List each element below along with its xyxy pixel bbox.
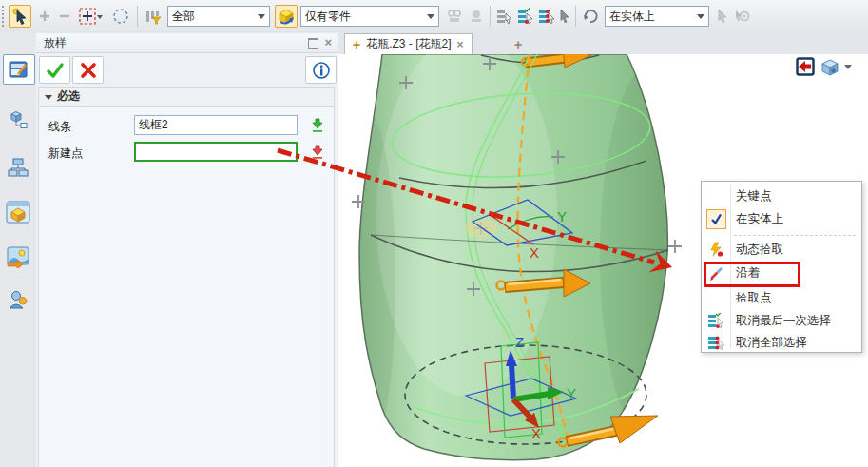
reference2-button-disabled[interactable] [467,5,486,28]
cube-tree-icon [7,108,29,131]
profiles-input[interactable] [134,115,298,135]
info-button[interactable] [305,56,337,84]
red-down-arrow-icon [310,145,325,160]
plus-box-icon [79,8,104,25]
plus-icon [38,10,51,23]
menu-item-label: 拾取点 [730,290,772,306]
chevron-down-icon [258,14,265,19]
toolbar-separator [490,6,491,27]
panel-field-area: 线条 新建点 [38,107,335,467]
menu-item-dynamic-pick[interactable]: 动态拾取 [702,239,861,261]
pick-list-button-2[interactable] [515,5,534,28]
checkmark-icon [706,209,726,229]
check-icon [46,62,65,79]
pick-list-button-1[interactable] [494,5,513,28]
cursor-icon [716,9,729,24]
chevron-down-icon [697,14,704,19]
checkmark-icon-slot [702,209,730,229]
smart-pick-cursor-icon [11,8,29,25]
ref-point-icon [469,9,484,24]
lasso-select-button[interactable] [110,5,131,28]
toolbar-grip[interactable] [2,6,7,27]
edit-form-icon [8,58,30,81]
panel-restore-button[interactable] [308,38,318,49]
active-document-tab[interactable]: + 花瓶.Z3 - [花瓶2] × [344,33,473,54]
sidebar-item-history[interactable] [3,153,33,182]
pick-context-menu: 关键点 在实体上 动态拾取 [701,181,862,353]
menu-item-pick-point[interactable]: 拾取点 [702,287,861,309]
pick-settings-button-disabled[interactable] [733,5,752,28]
pick-scope-dropdown[interactable]: 仅有零件 [300,6,439,27]
tab-close-button[interactable]: × [457,38,464,51]
sidebar-item-manager[interactable] [3,106,33,134]
sidebar-item-solid-view[interactable] [3,198,33,226]
left-sidebar [0,33,37,467]
new-tab-button[interactable]: + [506,35,530,53]
sidebar-item-render[interactable] [3,243,33,271]
smart-pick-button[interactable] [9,5,31,28]
ok-button[interactable] [39,56,70,84]
pick-scope-value: 仅有零件 [305,9,351,25]
top-toolbar: 全部 仅有零件 [0,0,868,34]
reference-button-disabled[interactable] [445,5,464,28]
new-point-field-row: 新建点 [39,140,334,166]
menu-item-label: 取消全部选择 [730,335,807,351]
new-point-pick-button[interactable] [307,142,328,163]
sidebar-item-user[interactable] [3,285,33,314]
cancel-button[interactable] [72,56,104,84]
loft-command-panel: 放样 × 必选 [36,33,338,467]
app-window: 全部 仅有零件 [0,0,868,467]
menu-item-clear-all-picks[interactable]: 取消全部选择 [702,332,861,354]
clear-all-picks-icon-slot [702,335,730,351]
required-section-header[interactable]: 必选 [38,87,335,107]
view-orientation-button[interactable] [819,56,841,77]
required-section-label: 必选 [57,89,80,103]
lightning-icon-slot [702,242,730,258]
menu-item-undo-last-pick[interactable]: 取消最后一次选择 [702,310,861,332]
cursor-button[interactable] [557,5,572,28]
filter-icon [145,8,162,25]
remove-filter-button[interactable] [56,5,73,28]
chevron-down-icon [844,65,852,69]
solid-cube-icon [277,7,296,26]
lightning-icon [708,242,724,258]
pick-target-value: 在实体上 [609,9,655,25]
add-filter-button[interactable] [36,5,53,28]
pick-scope-toggle-button[interactable] [275,5,298,28]
toolbar-separator [575,6,576,27]
pick-list-check-icon [707,313,725,329]
chain-ref-icon [447,9,462,24]
panel-close-button[interactable]: × [324,37,332,49]
new-point-input[interactable] [134,142,298,162]
new-point-field-label: 新建点 [48,146,83,162]
cursor-button-disabled[interactable] [715,5,730,28]
pick-list-button-3[interactable] [536,5,555,28]
along-item-highlight-box [704,262,800,287]
pick-target-dropdown[interactable]: 在实体上 [605,6,709,27]
menu-item-on-entity[interactable]: 在实体上 [702,207,861,231]
sidebar-item-command-form[interactable] [3,54,35,85]
document-tab-bar: + 花瓶.Z3 - [花瓶2] × + [338,33,868,54]
view-orientation-caret[interactable] [843,63,853,70]
view-cube-icon [820,56,840,77]
menu-item-key-point[interactable]: 关键点 [702,185,861,207]
cursor-icon [558,9,571,24]
triad-y-label: Y [567,385,576,401]
selection-filter-value: 全部 [172,9,195,25]
selection-filter-dropdown[interactable]: 全部 [167,6,270,27]
menu-item-label: 在实体上 [730,211,783,227]
gear-cursor-icon [734,9,751,24]
chevron-down-icon [427,14,434,19]
hierarchy-icon [7,156,29,179]
multi-select-button[interactable] [77,5,106,28]
menu-item-label: 关键点 [730,188,772,204]
profiles-pick-button[interactable] [307,115,328,136]
info-icon [313,62,330,79]
exit-sketch-button[interactable] [795,56,816,77]
filter-list-button[interactable] [143,5,164,28]
render-image-icon [6,245,30,268]
pick-list-check-icon [516,8,533,25]
tab-plus-icon: + [353,37,360,52]
pick-list-dots-icon [707,335,725,351]
reorient-button[interactable] [580,5,601,28]
